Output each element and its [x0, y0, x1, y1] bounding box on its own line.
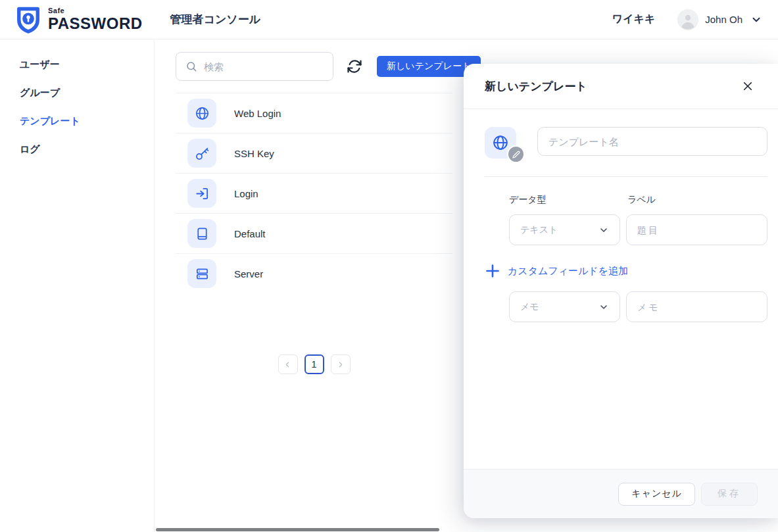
- search-box: [176, 52, 333, 81]
- field-definition-block: データ型 ラベル テキスト: [509, 194, 767, 245]
- template-identity-row: [485, 127, 767, 158]
- modal-header: 新しいテンプレート: [464, 64, 778, 109]
- sidebar-item-logs[interactable]: ログ: [0, 135, 154, 164]
- login-icon: [187, 179, 216, 208]
- next-page-button[interactable]: [331, 354, 351, 374]
- chevron-down-icon: [598, 302, 609, 312]
- brand-logo: Safe PASSWORD: [16, 6, 143, 34]
- brand-line2: PASSWORD: [48, 16, 143, 32]
- server-icon: [187, 259, 216, 288]
- template-label: SSH Key: [234, 148, 274, 159]
- template-row-ssh-key[interactable]: SSH Key: [176, 133, 452, 173]
- modal-footer: キャンセル 保存: [464, 469, 778, 518]
- search-icon: [185, 60, 197, 72]
- field-label-input[interactable]: [626, 214, 767, 245]
- memo-type-select[interactable]: メモ: [509, 291, 620, 322]
- template-row-server[interactable]: Server: [176, 253, 452, 293]
- memo-field-row: メモ: [509, 291, 767, 322]
- divider: [485, 176, 767, 177]
- chevron-right-icon: [336, 360, 345, 369]
- avatar[interactable]: [677, 9, 698, 30]
- user-menu-chevron-down-icon[interactable]: [750, 14, 762, 26]
- brand-wordmark: Safe PASSWORD: [48, 7, 143, 32]
- template-label: Default: [234, 228, 266, 239]
- pencil-icon: [512, 151, 520, 158]
- template-label: Web Login: [234, 108, 281, 119]
- template-label: Login: [234, 188, 258, 199]
- app-header: Safe PASSWORD 管理者コンソール ワイキキ John Oh: [0, 0, 778, 39]
- shield-logo-icon: [16, 6, 41, 34]
- globe-icon: [187, 99, 216, 128]
- template-name-input[interactable]: [537, 127, 767, 156]
- sidebar-item-groups[interactable]: グループ: [0, 79, 154, 107]
- template-row-web-login[interactable]: Web Login: [176, 93, 452, 133]
- refresh-icon: [347, 59, 362, 74]
- horizontal-scrollbar[interactable]: [156, 528, 439, 531]
- search-input[interactable]: [204, 61, 316, 72]
- sidebar-item-templates[interactable]: テンプレート: [0, 107, 154, 135]
- label-label: ラベル: [627, 194, 656, 206]
- data-type-select[interactable]: テキスト: [509, 214, 620, 245]
- modal-body: データ型 ラベル テキスト カスタムフィールドを追: [464, 109, 778, 322]
- template-list: Web Login SSH Key: [176, 93, 452, 293]
- person-icon: [677, 9, 698, 30]
- template-row-login[interactable]: Login: [176, 173, 452, 213]
- plus-icon: [485, 263, 500, 279]
- new-template-modal: 新しいテンプレート: [464, 64, 778, 518]
- brand-line1: Safe: [48, 7, 143, 14]
- sidebar-item-users[interactable]: ユーザー: [0, 51, 154, 79]
- key-icon: [187, 139, 216, 168]
- template-label: Server: [234, 268, 263, 279]
- prev-page-button[interactable]: [278, 354, 298, 374]
- data-type-value: テキスト: [520, 224, 558, 236]
- chevron-down-icon: [598, 225, 609, 235]
- sidebar: ユーザー グループ テンプレート ログ: [0, 40, 155, 532]
- cancel-button[interactable]: キャンセル: [618, 483, 695, 506]
- template-row-default[interactable]: Default: [176, 213, 452, 253]
- add-custom-field-label: カスタムフィールドを追加: [508, 265, 628, 278]
- refresh-button[interactable]: [345, 57, 364, 76]
- page-title: 管理者コンソール: [170, 12, 261, 27]
- modal-title: 新しいテンプレート: [485, 79, 587, 94]
- edit-icon-button[interactable]: [507, 145, 525, 163]
- chevron-left-icon: [283, 360, 292, 369]
- page-number-button[interactable]: 1: [304, 354, 324, 374]
- add-custom-field-button[interactable]: カスタムフィールドを追加: [485, 263, 628, 279]
- close-icon[interactable]: [739, 77, 757, 95]
- header-right: ワイキキ John Oh: [612, 9, 762, 30]
- page: Safe PASSWORD 管理者コンソール ワイキキ John Oh: [0, 0, 778, 532]
- data-type-label: データ型: [509, 194, 627, 206]
- org-name: ワイキキ: [612, 12, 656, 26]
- toolbar: 新しいテンプレート: [176, 52, 481, 81]
- pagination: 1: [176, 354, 452, 374]
- memo-label-input[interactable]: [626, 291, 767, 322]
- save-button[interactable]: 保存: [701, 483, 758, 506]
- book-icon: [187, 219, 216, 248]
- user-name: John Oh: [705, 14, 742, 25]
- memo-type-value: メモ: [520, 301, 539, 313]
